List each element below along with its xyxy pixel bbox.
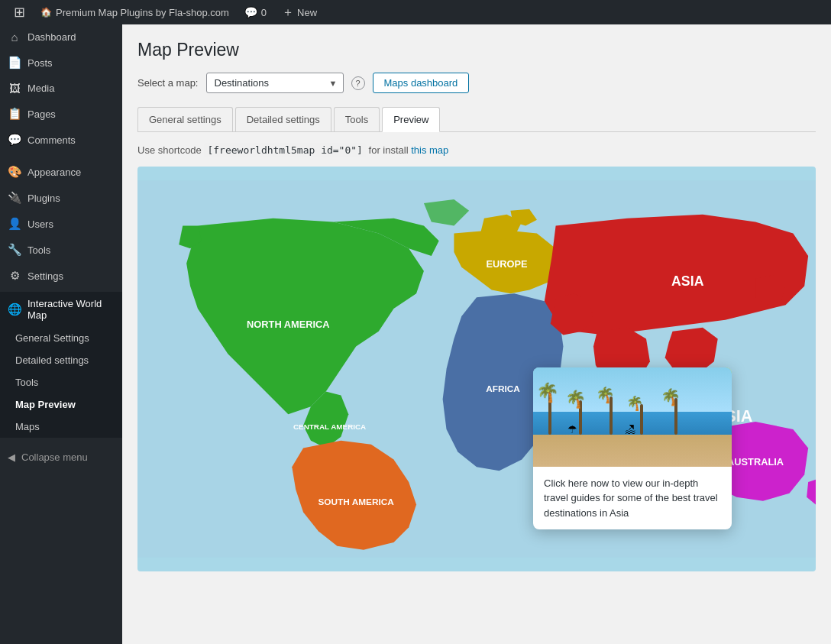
sidebar-item-label: Interactive World Map <box>27 298 115 321</box>
map-select[interactable]: Destinations <box>206 73 344 93</box>
sidebar-sub-item-tools[interactable]: Tools <box>0 371 122 393</box>
help-icon[interactable]: ? <box>351 76 365 90</box>
sidebar-item-posts[interactable]: 📄 Posts <box>0 50 122 76</box>
collapse-menu-button[interactable]: ◀ Collapse menu <box>0 444 122 471</box>
pages-icon: 📋 <box>8 107 21 121</box>
site-name-label: Premium Map Plugins by Fla-shop.com <box>56 7 229 18</box>
sidebar-sub-item-maps[interactable]: Maps <box>0 416 122 438</box>
tab-general-settings[interactable]: General settings <box>137 107 233 131</box>
sidebar-item-comments[interactable]: 💬 Comments <box>0 127 122 153</box>
sidebar-item-label: Tools <box>27 244 50 256</box>
new-button[interactable]: ＋ New <box>274 0 325 24</box>
sidebar-item-label: Media <box>27 83 54 94</box>
sidebar-item-label: Comments <box>27 134 76 146</box>
sidebar-item-settings[interactable]: ⚙ Settings <box>0 263 122 289</box>
wp-logo-icon: ⊞ <box>14 4 25 21</box>
posts-icon: 📄 <box>8 56 21 70</box>
users-icon: 👤 <box>8 217 21 231</box>
sidebar-submenu: General Settings Detailed settings Tools… <box>0 327 122 438</box>
sidebar-item-label: Users <box>27 218 53 230</box>
tabs-row: General settings Detailed settings Tools… <box>137 107 816 132</box>
comments-icon: 💬 <box>244 6 257 18</box>
map-tooltip[interactable]: 🌴 🌴 🌴 🌴 <box>533 367 732 530</box>
collapse-label: Collapse menu <box>21 451 88 463</box>
page-title: Map Preview <box>137 40 816 60</box>
map-plugin-icon: 🌐 <box>8 303 21 316</box>
shortcode-prefix: Use shortcode <box>137 144 204 156</box>
sidebar-item-label: Dashboard <box>27 31 76 43</box>
sidebar-item-interactive-world-map[interactable]: 🌐 Interactive World Map <box>0 292 122 327</box>
map-select-wrapper: Destinations ▼ <box>206 73 344 93</box>
collapse-icon: ◀ <box>8 451 15 463</box>
sidebar-item-label: Pages <box>27 108 56 120</box>
sidebar-item-label: Settings <box>27 270 63 282</box>
europe-label: EUROPE <box>486 258 528 270</box>
asia-label: ASIA <box>671 273 704 289</box>
shortcode-code: [freeworldhtml5map id="0"] <box>204 143 366 157</box>
australia-label: AUSTRALIA <box>727 456 784 468</box>
sidebar-item-media[interactable]: 🖼 Media <box>0 76 122 101</box>
tab-detailed-settings[interactable]: Detailed settings <box>235 107 331 131</box>
comments-count: 0 <box>261 7 267 18</box>
comments-icon: 💬 <box>8 133 21 147</box>
sidebar-item-tools[interactable]: 🔧 Tools <box>0 237 122 263</box>
sidebar: ⌂ Dashboard 📄 Posts 🖼 Media 📋 Pages 💬 Co… <box>0 24 122 644</box>
tooltip-image: 🌴 🌴 🌴 🌴 <box>533 367 732 467</box>
tooltip-text: Click here now to view our in-depth trav… <box>533 467 732 530</box>
main-content: Map Preview Select a map: Destinations ▼… <box>122 24 831 644</box>
tools-icon: 🔧 <box>8 243 21 257</box>
map-container[interactable]: NORTH AMERICA CENTRAL AMERICA SOUTH AMER… <box>137 167 816 571</box>
sidebar-item-appearance[interactable]: 🎨 Appearance <box>0 159 122 185</box>
comments-button[interactable]: 💬 0 <box>237 0 274 24</box>
sidebar-sub-item-detailed-settings[interactable]: Detailed settings <box>0 349 122 371</box>
wp-logo-button[interactable]: ⊞ <box>6 0 33 24</box>
south-america-label: SOUTH AMERICA <box>318 497 394 507</box>
africa-label: AFRICA <box>486 383 520 394</box>
sidebar-item-dashboard[interactable]: ⌂ Dashboard <box>0 24 122 50</box>
sidebar-item-label: Plugins <box>27 193 60 204</box>
admin-bar: ⊞ 🏠 Premium Map Plugins by Fla-shop.com … <box>0 0 831 24</box>
dashboard-icon: ⌂ <box>8 31 21 44</box>
tab-preview[interactable]: Preview <box>382 107 440 132</box>
north-america-label: NORTH AMERICA <box>247 319 329 330</box>
sidebar-item-users[interactable]: 👤 Users <box>0 211 122 237</box>
sidebar-item-plugins[interactable]: 🔌 Plugins <box>0 185 122 211</box>
sidebar-item-pages[interactable]: 📋 Pages <box>0 101 122 127</box>
maps-dashboard-button[interactable]: Maps dashboard <box>373 73 470 93</box>
shortcode-link[interactable]: this map <box>411 144 448 156</box>
media-icon: 🖼 <box>8 82 21 95</box>
appearance-icon: 🎨 <box>8 165 21 179</box>
sidebar-item-label: Appearance <box>27 167 81 178</box>
central-america-label: CENTRAL AMERICA <box>293 422 366 431</box>
sidebar-sub-item-general-settings[interactable]: General Settings <box>0 327 122 349</box>
new-label: New <box>297 7 317 18</box>
plugins-icon: 🔌 <box>8 191 21 205</box>
plus-icon: ＋ <box>282 5 294 21</box>
shortcode-notice: Use shortcode [freeworldhtml5map id="0"]… <box>137 144 816 156</box>
house-icon: 🏠 <box>40 7 52 18</box>
site-name-button[interactable]: 🏠 Premium Map Plugins by Fla-shop.com <box>33 0 237 24</box>
select-map-row: Select a map: Destinations ▼ ? Maps dash… <box>137 73 816 93</box>
select-map-label: Select a map: <box>137 77 199 89</box>
tab-tools[interactable]: Tools <box>334 107 380 131</box>
sidebar-item-label: Posts <box>27 57 53 69</box>
shortcode-suffix: for install <box>366 144 411 156</box>
settings-icon: ⚙ <box>8 269 21 283</box>
sidebar-sub-item-map-preview[interactable]: Map Preview <box>0 393 122 416</box>
